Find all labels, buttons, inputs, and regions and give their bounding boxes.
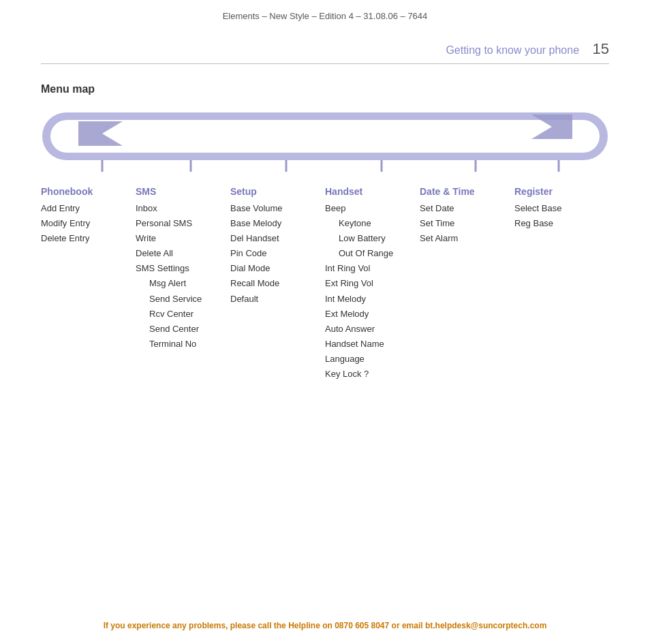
menu-item: Modify Entry: [41, 216, 136, 231]
menu-col-title-phonebook: Phonebook: [41, 186, 136, 197]
menu-item: Int Melody: [325, 292, 420, 307]
menu-item: Del Handset: [230, 231, 325, 246]
arrow-track-container: [41, 109, 609, 179]
menu-item: Msg Alert: [136, 276, 230, 291]
menu-item: Send Center: [136, 322, 230, 337]
menu-item: Low Battery: [325, 231, 420, 246]
menu-item: Beep: [325, 201, 420, 216]
menu-item: Base Melody: [230, 216, 325, 231]
menu-item: Out Of Range: [325, 246, 420, 261]
menu-col-title-sms: SMS: [136, 186, 230, 197]
menu-item: Personal SMS: [136, 216, 230, 231]
arrow-track-svg: [41, 109, 609, 177]
menu-item: Set Time: [420, 216, 514, 231]
menu-item: Reg Base: [514, 216, 609, 231]
section-header: Getting to know your phone 15: [0, 27, 650, 63]
menu-item: Inbox: [136, 201, 230, 216]
menu-col-title-register: Register: [514, 186, 609, 197]
menu-item: Write: [136, 231, 230, 246]
menu-item: Send Service: [136, 292, 230, 307]
footer-note: If you experience any problems, please c…: [0, 621, 650, 630]
menu-item: Delete Entry: [41, 231, 136, 246]
menu-item: Base Volume: [230, 201, 325, 216]
menu-col-register: RegisterSelect BaseReg Base: [514, 186, 609, 231]
menu-item: Dial Mode: [230, 261, 325, 276]
menu-col-setup: SetupBase VolumeBase MelodyDel HandsetPi…: [230, 186, 325, 307]
menu-col-handset: HandsetBeepKeytoneLow BatteryOut Of Rang…: [325, 186, 420, 382]
menu-item: Handset Name: [325, 337, 420, 352]
menu-col-title-datetime: Date & Time: [420, 186, 514, 197]
menu-item: Delete All: [136, 246, 230, 261]
menu-item: Terminal No: [136, 337, 230, 352]
menu-item: Add Entry: [41, 201, 136, 216]
menu-item: Keytone: [325, 216, 420, 231]
menu-item: Default: [230, 292, 325, 307]
menu-item: Set Alarm: [420, 231, 514, 246]
menu-item: Recall Mode: [230, 276, 325, 291]
menu-item: Int Ring Vol: [325, 261, 420, 276]
page-number: 15: [593, 40, 609, 57]
menu-item: Select Base: [514, 201, 609, 216]
page-header: Elements – New Style – Edition 4 – 31.08…: [0, 0, 650, 27]
menu-item: Auto Answer: [325, 322, 420, 337]
menu-col-sms: SMSInboxPersonal SMSWriteDelete AllSMS S…: [136, 186, 230, 352]
menu-col-title-handset: Handset: [325, 186, 420, 197]
menu-columns: PhonebookAdd EntryModify EntryDelete Ent…: [0, 186, 650, 382]
menu-col-title-setup: Setup: [230, 186, 325, 197]
section-title: Getting to know your phone 15: [446, 40, 609, 58]
header-title: Elements – New Style – Edition 4 – 31.08…: [223, 11, 428, 21]
menu-item: SMS Settings: [136, 261, 230, 276]
menu-item: Set Date: [420, 201, 514, 216]
section-title-text: Getting to know your phone: [446, 44, 579, 56]
menu-item: Key Lock ?: [325, 367, 420, 382]
menu-item: Pin Code: [230, 246, 325, 261]
svg-rect-1: [50, 120, 600, 153]
menu-col-phonebook: PhonebookAdd EntryModify EntryDelete Ent…: [41, 186, 136, 246]
menu-item: Ext Ring Vol: [325, 276, 420, 291]
menu-item: Rcv Center: [136, 307, 230, 322]
menu-item: Ext Melody: [325, 307, 420, 322]
menu-map-title: Menu map: [0, 64, 650, 109]
menu-col-datetime: Date & TimeSet DateSet TimeSet Alarm: [420, 186, 514, 246]
menu-item: Language: [325, 352, 420, 367]
